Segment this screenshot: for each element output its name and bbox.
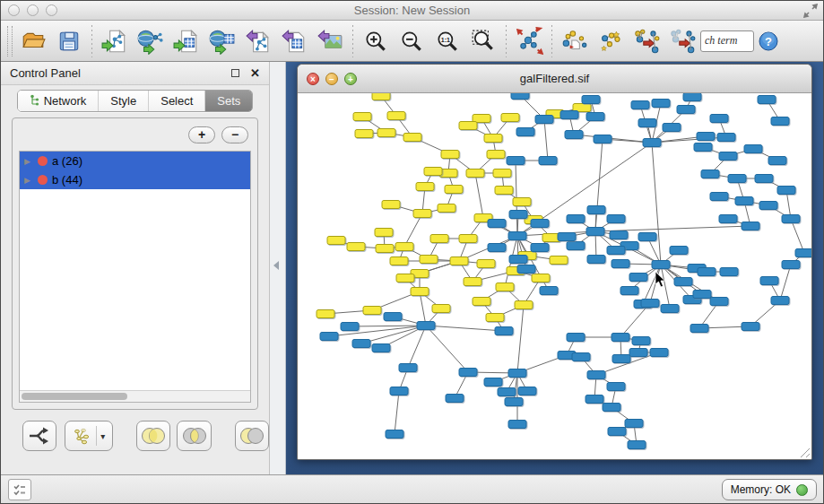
graph-node	[594, 135, 611, 143]
deselect-neighbors-icon	[668, 27, 697, 56]
search-input[interactable]	[700, 30, 754, 52]
close-panel-icon[interactable]: ✕	[250, 67, 260, 79]
graph-node	[396, 274, 414, 282]
network-minimize-icon[interactable]: −	[325, 73, 338, 85]
import-table-web-icon	[209, 28, 236, 55]
status-bar: Memory: OK	[1, 474, 823, 503]
zoom-actual-size-button[interactable]: 1:1	[429, 23, 465, 59]
network-window-titlebar[interactable]: × − + galFiltered.sif	[298, 65, 811, 93]
graph-node	[532, 274, 550, 282]
sets-difference-button[interactable]	[235, 421, 269, 451]
network-close-icon[interactable]: ×	[307, 73, 319, 85]
save-session-button[interactable]	[51, 23, 87, 59]
graph-node	[677, 106, 695, 114]
graph-node	[641, 300, 659, 308]
export-image-button[interactable]	[312, 23, 348, 59]
import-network-file-button[interactable]	[97, 23, 133, 59]
memory-status-button[interactable]: Memory: OK	[722, 479, 817, 500]
expander-icon[interactable]: ▶	[24, 176, 33, 185]
graph-node	[441, 151, 459, 159]
close-window-icon[interactable]	[8, 4, 20, 16]
add-set-button[interactable]: +	[188, 126, 215, 143]
graph-node	[560, 111, 578, 119]
remove-set-button[interactable]: −	[221, 126, 248, 143]
zoom-window-icon[interactable]	[46, 4, 57, 16]
import-table-url-button[interactable]	[204, 23, 240, 59]
tab-select[interactable]: Select	[149, 91, 205, 111]
minimize-window-icon[interactable]	[27, 4, 39, 16]
tab-sets[interactable]: Sets	[205, 91, 252, 111]
tab-style[interactable]: Style	[99, 91, 149, 111]
collapse-panel-icon[interactable]	[273, 261, 279, 270]
import-table-file-button[interactable]	[169, 23, 204, 59]
graph-node	[710, 193, 728, 201]
sets-intersection-button[interactable]	[177, 421, 211, 451]
network-canvas[interactable]	[298, 93, 811, 459]
panel-splitter[interactable]	[270, 62, 286, 474]
deselect-neighbors-button[interactable]	[664, 23, 700, 59]
toolbar-separator	[506, 25, 507, 57]
graph-node	[531, 244, 549, 252]
fullscreen-icon[interactable]	[803, 4, 818, 18]
graph-node	[539, 157, 557, 165]
horizontal-scrollbar[interactable]	[20, 390, 250, 402]
zoom-fit-selected-button[interactable]	[465, 23, 501, 59]
split-arrows-icon	[28, 425, 51, 447]
zoom-in-button[interactable]	[358, 23, 394, 59]
create-set-from-network-button[interactable]: ▾	[65, 421, 113, 451]
graph-node	[670, 247, 688, 255]
graph-node	[607, 383, 625, 391]
tab-network[interactable]: Network	[18, 91, 100, 111]
scrollbar-thumb[interactable]	[22, 393, 127, 400]
open-session-button[interactable]	[15, 23, 51, 59]
set-row[interactable]: ▶a (26)	[20, 152, 250, 170]
sets-union-button[interactable]	[136, 421, 170, 451]
zoom-out-button[interactable]	[394, 23, 429, 59]
window-title: Session: New Session	[1, 4, 823, 17]
graph-node	[643, 139, 661, 147]
graph-edge	[350, 326, 426, 326]
graph-node	[717, 134, 735, 142]
graph-node	[352, 340, 370, 348]
expander-icon[interactable]: ▶	[24, 157, 33, 166]
graph-node	[771, 297, 789, 305]
graph-node	[416, 183, 434, 191]
export-network-button[interactable]	[240, 23, 276, 59]
zoom-actual-size-icon: 1:1	[435, 29, 460, 54]
graph-node	[611, 334, 629, 342]
graph-node	[531, 220, 549, 228]
graph-node	[661, 305, 679, 313]
set-row[interactable]: ▶b (44)	[20, 170, 250, 189]
graph-node	[585, 395, 603, 404]
graph-node	[567, 242, 585, 250]
import-network-url-button[interactable]	[133, 23, 169, 59]
network-tree-icon	[30, 94, 39, 107]
apply-preferred-layout-button[interactable]	[511, 23, 547, 59]
graph-edge	[426, 326, 468, 372]
graph-node	[693, 291, 711, 299]
float-panel-icon[interactable]	[231, 69, 239, 77]
graph-node	[508, 232, 526, 240]
graph-node	[587, 206, 605, 214]
graph-node	[484, 135, 502, 143]
help-button[interactable]: ?	[754, 23, 783, 59]
dropdown-caret-icon[interactable]: ▾	[100, 431, 105, 441]
select-first-neighbors-button[interactable]	[629, 23, 664, 59]
export-table-button[interactable]	[276, 23, 312, 59]
graph-node	[432, 305, 450, 313]
graph-edge	[395, 391, 399, 434]
graph-node	[505, 398, 523, 406]
graph-node	[719, 215, 737, 223]
task-history-button[interactable]	[8, 479, 31, 500]
memory-ok-indicator	[796, 484, 808, 496]
network-maximize-icon[interactable]: +	[344, 73, 357, 85]
graph-node	[698, 268, 716, 276]
select-overlap-button[interactable]	[593, 23, 629, 59]
select-from-file-button[interactable]	[557, 23, 593, 59]
split-sets-button[interactable]	[22, 421, 56, 451]
graph-node	[758, 96, 776, 104]
graph-node	[377, 129, 395, 137]
graph-node	[320, 333, 338, 341]
network-window[interactable]: × − + galFiltered.sif	[297, 64, 812, 460]
toolbar-drag-handle[interactable]	[7, 26, 13, 56]
